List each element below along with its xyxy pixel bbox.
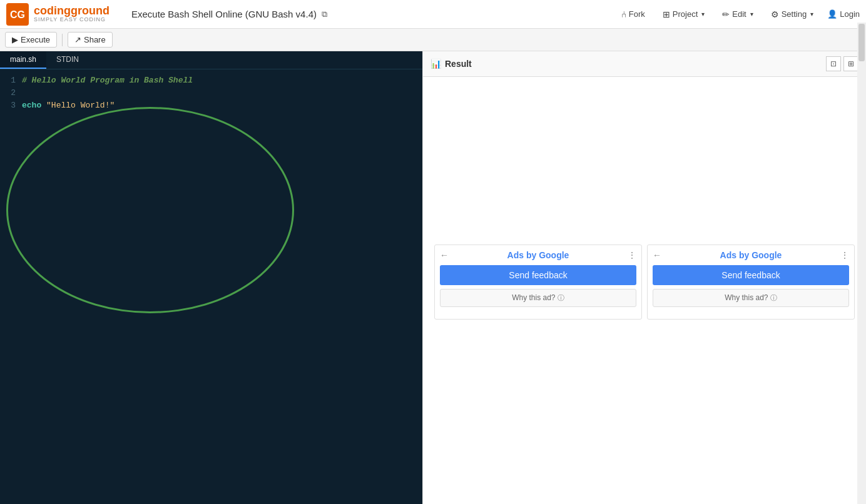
edit-button[interactable]: ✏ Edit [718, 7, 756, 22]
ad-back-arrow-2[interactable]: ← [653, 250, 661, 260]
ad-block-1: ← Ads by Google ⋮ Send feedback Why this… [434, 244, 642, 320]
ad-header-1: ← Ads by Google ⋮ [440, 250, 636, 260]
send-feedback-button-2[interactable]: Send feedback [653, 265, 849, 285]
execute-button[interactable]: ▶ Execute [5, 32, 57, 48]
execute-label: Execute [21, 35, 50, 44]
setting-label: Setting [782, 9, 807, 19]
scrollbar-thumb[interactable] [858, 24, 865, 61]
user-icon: 👤 [827, 9, 837, 19]
ad-more-2[interactable]: ⋮ [840, 250, 849, 260]
line-num-2: 2 [0, 87, 22, 99]
svg-text:CG: CG [10, 9, 25, 20]
code-area[interactable]: 1 # Hello World Program in Bash Shell 2 … [0, 69, 422, 504]
toolbar-divider [62, 34, 63, 46]
minimize-button[interactable]: ⊡ [826, 56, 841, 71]
logo-icon: CG [6, 3, 29, 26]
logo-brand: codingground [34, 5, 110, 18]
ad-block-2: ← Ads by Google ⋮ Send feedback Why this… [647, 244, 855, 320]
edit-label: Edit [732, 9, 746, 19]
ad-label-1: Ads by Google [452, 250, 624, 260]
login-label: Login [840, 9, 860, 19]
ad-prefix-2: Ads by [720, 250, 752, 260]
result-body[interactable]: ← Ads by Google ⋮ Send feedback Why this… [423, 77, 866, 504]
maximize-button[interactable]: ⊞ [843, 56, 858, 71]
result-header: 📊 Result ⊡ ⊞ [423, 51, 866, 77]
editor-panel: main.sh STDIN 1 # Hello World Program in… [0, 51, 422, 504]
edit-icon: ✏ [722, 9, 730, 19]
line-num-1: 1 [0, 74, 22, 87]
code-line-1: 1 # Hello World Program in Bash Shell [0, 74, 422, 87]
editor-tabs: main.sh STDIN [0, 51, 422, 69]
code-line-2: 2 [0, 87, 422, 99]
page-title-area: Execute Bash Shell Online (GNU Bash v4.4… [125, 9, 618, 19]
gear-icon: ⚙ [771, 9, 779, 19]
ad-more-1[interactable]: ⋮ [628, 250, 636, 260]
logo-text: codingground Simply Easy Coding [34, 5, 110, 24]
external-link-icon[interactable]: ⧉ [322, 9, 327, 19]
share-icon: ↗ [74, 35, 81, 44]
why-this-ad-button-2[interactable]: Why this ad? ⓘ [653, 289, 849, 307]
result-title-text: Result [445, 59, 472, 69]
toolbar: ▶ Execute ↗ Share [0, 29, 866, 51]
logo-tagline: Simply Easy Coding [34, 17, 110, 23]
ads-container: ← Ads by Google ⋮ Send feedback Why this… [429, 239, 860, 325]
fork-label: Fork [629, 9, 645, 19]
code-text-1: # Hello World Program in Bash Shell [22, 74, 193, 87]
ad-brand-2: Google [751, 250, 782, 260]
bar-chart-icon: 📊 [430, 59, 441, 69]
result-controls: ⊡ ⊞ [826, 56, 858, 71]
ad-header-2: ← Ads by Google ⋮ [653, 250, 849, 260]
tab-stdin-label: STDIN [56, 55, 79, 64]
annotation-ellipse [6, 107, 294, 313]
nav-actions: ⑃ Fork ⊞ Project ✏ Edit ⚙ Setting 👤 Logi… [618, 7, 860, 22]
code-text-3: echo "Hello World!" [22, 99, 115, 112]
ad-brand-1: Google [539, 250, 569, 260]
main-content: main.sh STDIN 1 # Hello World Program in… [0, 51, 866, 504]
share-button[interactable]: ↗ Share [68, 32, 113, 48]
ad-back-arrow-1[interactable]: ← [440, 250, 449, 260]
page-title: Execute Bash Shell Online (GNU Bash v4.4… [131, 9, 317, 19]
logo-area: CG codingground Simply Easy Coding [6, 3, 125, 26]
line-num-3: 3 [0, 99, 22, 112]
login-button[interactable]: 👤 Login [827, 9, 860, 19]
execute-icon: ▶ [12, 35, 18, 44]
code-line-3: 3 echo "Hello World!" [0, 99, 422, 112]
project-label: Project [673, 9, 698, 19]
project-icon: ⊞ [663, 9, 670, 19]
send-feedback-button-1[interactable]: Send feedback [440, 265, 636, 285]
result-scrollbar[interactable] [857, 23, 866, 504]
tab-stdin[interactable]: STDIN [46, 51, 89, 69]
setting-button[interactable]: ⚙ Setting [767, 7, 817, 22]
share-label: Share [84, 35, 106, 44]
code-text-2 [22, 87, 27, 99]
ad-prefix-1: Ads by [507, 250, 539, 260]
result-title: 📊 Result [430, 59, 472, 69]
info-icon-1: ⓘ [558, 294, 564, 301]
result-panel: 📊 Result ⊡ ⊞ ← Ads by Google ⋮ [422, 51, 866, 504]
tab-main-sh-label: main.sh [10, 55, 36, 64]
project-button[interactable]: ⊞ Project [659, 7, 708, 22]
fork-icon: ⑃ [621, 9, 626, 19]
fork-button[interactable]: ⑃ Fork [618, 7, 649, 22]
tab-main-sh[interactable]: main.sh [0, 51, 46, 69]
info-icon-2: ⓘ [770, 294, 777, 301]
why-this-ad-button-1[interactable]: Why this ad? ⓘ [440, 289, 636, 307]
navbar: CG codingground Simply Easy Coding Execu… [0, 0, 866, 29]
ad-label-2: Ads by Google [665, 250, 837, 260]
